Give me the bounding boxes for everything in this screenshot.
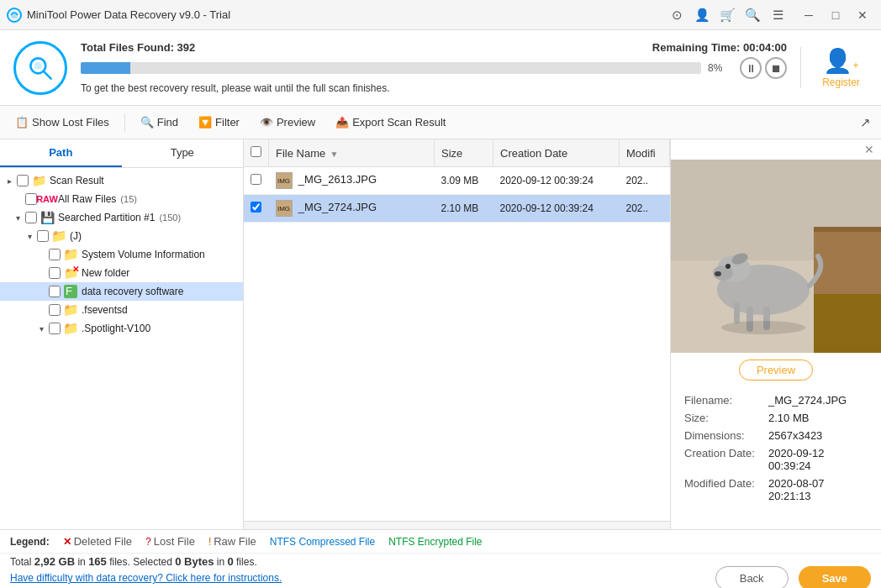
tree-check-sysvolume[interactable] <box>49 249 61 260</box>
tab-path[interactable]: Path <box>0 139 122 167</box>
data-recovery-icon: F <box>64 285 77 298</box>
maximize-button[interactable]: □ <box>824 3 847 27</box>
tree-check-fseventsd[interactable] <box>49 304 61 316</box>
tree-check-spotlight[interactable] <box>49 323 61 334</box>
share-icon[interactable]: ↗ <box>856 113 874 132</box>
file-list-scroll[interactable]: File Name ▼ Size Creation Date Modifi <box>244 139 670 521</box>
tree-toggle-partition[interactable]: ▾ <box>12 212 24 223</box>
show-lost-files-button[interactable]: 📋 Show Lost Files <box>7 113 118 132</box>
help-icon[interactable]: ⊙ <box>667 6 686 24</box>
register-area[interactable]: 👤+ Register <box>800 47 868 88</box>
col-header-filename[interactable]: File Name ▼ <box>269 139 435 167</box>
system-volume-icon: 📁 <box>64 248 77 261</box>
user-icon[interactable]: 👤 <box>693 6 711 24</box>
preview-action-button[interactable]: Preview <box>739 360 813 381</box>
help-link[interactable]: Have difficulty with data recovery? Clic… <box>10 572 282 584</box>
tree-item-searched-partition[interactable]: ▾ 💾 Searched Partition #1 (150) <box>0 208 243 227</box>
check-mg2724[interactable] <box>251 202 261 213</box>
preview-filename-row: Filename: _MG_2724.JPG <box>684 394 868 407</box>
action-buttons: Back Save <box>715 566 871 589</box>
table-row[interactable]: IMG _MG_2613.JPG 3.09 MB 2020-09-12 00:3… <box>244 167 670 195</box>
preview-image <box>671 160 881 353</box>
preview-modified-date-value: 2020-08-07 20:21:13 <box>768 477 868 502</box>
tree-item-spotlight[interactable]: ▾ 📁 .Spotlight-V100 <box>0 319 243 338</box>
tree-item-new-folder[interactable]: ▸ 📁✕ New folder <box>0 264 243 282</box>
tree-label-all-raw: All Raw Files <box>58 193 116 205</box>
col-header-size[interactable]: Size <box>435 139 493 167</box>
tree-check-data-recovery[interactable] <box>49 286 61 297</box>
col-header-check <box>244 139 269 167</box>
modif-mg2613: 202.. <box>620 167 670 195</box>
filename-mg2613[interactable]: IMG _MG_2613.JPG <box>269 167 435 195</box>
tree-item-j-drive[interactable]: ▾ 📁 (J) <box>0 227 243 245</box>
scan-info: Total Files Found: 392 Remaining Time: 0… <box>81 41 787 94</box>
export-scan-result-button[interactable]: 📤 Export Scan Result <box>327 113 454 132</box>
main-area: Path Type ▸ 📁 Scan Result ▸ RAW All Raw … <box>0 139 881 529</box>
filter-button[interactable]: 🔽 Filter <box>190 113 248 132</box>
preview-button[interactable]: 👁️ Preview <box>251 113 324 132</box>
filter-label: Filter <box>215 116 240 129</box>
tree-item-data-recovery[interactable]: ▸ F data recovery software <box>0 282 243 301</box>
legend-label: Legend: <box>10 536 50 548</box>
pause-button[interactable]: ⏸ <box>740 57 762 79</box>
tab-type[interactable]: Type <box>122 139 244 167</box>
close-button[interactable]: ✕ <box>851 3 874 27</box>
row-check-mg2724[interactable] <box>244 195 269 223</box>
col-modif-label: Modifi <box>626 147 656 160</box>
tree-check-all-raw[interactable] <box>25 193 37 205</box>
register-icon: 👤+ <box>823 47 858 75</box>
menu-icon[interactable]: ☰ <box>768 6 787 24</box>
tree-check-scan-result[interactable] <box>17 175 29 186</box>
tree-check-partition[interactable] <box>25 212 37 223</box>
preview-creation-date-value: 2020-09-12 00:39:24 <box>768 447 868 472</box>
col-header-modif[interactable]: Modifi <box>620 139 670 167</box>
table-row[interactable]: IMG _MG_2724.JPG 2.10 MB 2020-09-12 00:3… <box>244 195 670 223</box>
link-bar: Have difficulty with data recovery? Clic… <box>0 568 881 588</box>
scan-stats-row: Total Files Found: 392 Remaining Time: 0… <box>81 41 787 54</box>
h-scrollbar[interactable] <box>244 521 670 529</box>
tree-item-system-volume[interactable]: ▸ 📁 System Volume Information <box>0 245 243 264</box>
tree-label-scan-result: Scan Result <box>50 175 104 186</box>
app-title: MiniTool Power Data Recovery v9.0 - Tria… <box>27 8 667 21</box>
preview-filename-value: _MG_2724.JPG <box>768 394 847 407</box>
tree-toggle-scan-result[interactable]: ▸ <box>3 175 15 186</box>
legend-ntfs-compressed: NTFS Compressed File <box>270 536 375 548</box>
lost-icon: ? <box>145 536 151 548</box>
save-button[interactable]: Save <box>799 566 871 589</box>
tree-label-data-recovery: data recovery software <box>82 286 183 297</box>
preview-dimensions-value: 2567x3423 <box>768 429 822 442</box>
preview-btn-row: Preview <box>671 353 881 387</box>
cart-icon[interactable]: 🛒 <box>718 6 736 24</box>
left-panel: Path Type ▸ 📁 Scan Result ▸ RAW All Raw … <box>0 139 244 529</box>
col-header-date[interactable]: Creation Date <box>493 139 620 167</box>
partition-icon: 💾 <box>40 211 54 224</box>
back-button[interactable]: Back <box>715 566 789 589</box>
tree-item-all-raw[interactable]: ▸ RAW All Raw Files (15) <box>0 190 243 208</box>
find-icon: 🔍 <box>140 116 154 129</box>
stop-button[interactable]: ⏹ <box>765 57 787 79</box>
find-button[interactable]: 🔍 Find <box>132 113 187 132</box>
preview-modified-date-label: Modified Date: <box>684 477 768 502</box>
scan-animation-icon <box>13 41 67 95</box>
filename-mg2724[interactable]: IMG _MG_2724.JPG <box>269 195 435 223</box>
tree-check-j[interactable] <box>37 230 49 242</box>
ntfs-encrypted-label: NTFS Encrypted File <box>388 536 482 548</box>
row-check-mg2613[interactable] <box>244 167 269 195</box>
preview-size-value: 2.10 MB <box>768 412 809 424</box>
tree-item-fseventsd[interactable]: ▸ 📁 .fseventsd <box>0 301 243 319</box>
total-files-label: Total Files Found: 392 <box>81 41 195 54</box>
select-all-check[interactable] <box>251 146 261 157</box>
progress-bar-fill <box>81 62 130 74</box>
search-small-icon[interactable]: 🔍 <box>743 6 762 24</box>
tree-check-new-folder[interactable] <box>49 267 61 279</box>
tree-item-scan-result[interactable]: ▸ 📁 Scan Result <box>0 171 243 190</box>
window-controls: ─ □ ✕ <box>797 3 874 27</box>
tree-toggle-j[interactable]: ▾ <box>24 230 35 242</box>
check-mg2613[interactable] <box>251 174 261 185</box>
tree-toggle-spotlight[interactable]: ▾ <box>35 323 47 334</box>
minimize-button[interactable]: ─ <box>797 3 820 27</box>
file-tree: ▸ 📁 Scan Result ▸ RAW All Raw Files (15)… <box>0 168 243 529</box>
register-text: Register <box>822 76 860 88</box>
progress-controls: ⏸ ⏹ <box>740 57 787 79</box>
preview-close-button[interactable]: ✕ <box>671 139 881 160</box>
